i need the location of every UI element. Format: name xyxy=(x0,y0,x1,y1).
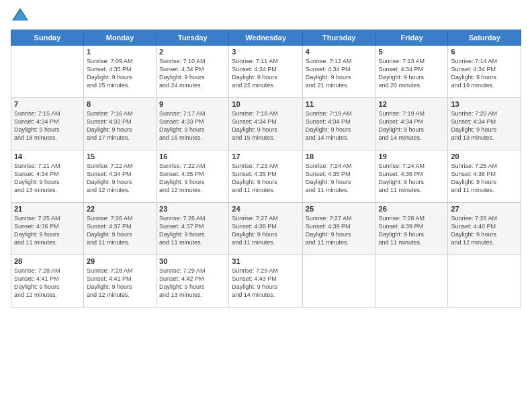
day-info: Sunrise: 7:14 AM Sunset: 4:34 PM Dayligh… xyxy=(451,57,518,90)
calendar-cell: 31Sunrise: 7:29 AM Sunset: 4:43 PM Dayli… xyxy=(229,255,303,308)
day-number: 30 xyxy=(159,257,226,265)
day-number: 14 xyxy=(14,152,81,161)
day-info: Sunrise: 7:27 AM Sunset: 4:39 PM Dayligh… xyxy=(306,214,373,247)
calendar-header-monday: Monday xyxy=(83,30,156,46)
day-info: Sunrise: 7:16 AM Sunset: 4:33 PM Dayligh… xyxy=(87,109,153,142)
day-info: Sunrise: 7:28 AM Sunset: 4:40 PM Dayligh… xyxy=(451,214,518,247)
day-info: Sunrise: 7:21 AM Sunset: 4:34 PM Dayligh… xyxy=(14,162,81,195)
calendar-header-sunday: Sunday xyxy=(11,30,84,46)
day-number: 15 xyxy=(87,152,153,161)
day-number: 10 xyxy=(232,100,300,108)
calendar-cell: 13Sunrise: 7:20 AM Sunset: 4:34 PM Dayli… xyxy=(448,98,521,150)
calendar-header-saturday: Saturday xyxy=(448,30,521,46)
header xyxy=(11,7,521,26)
day-number: 19 xyxy=(379,152,445,161)
calendar-cell: 8Sunrise: 7:16 AM Sunset: 4:33 PM Daylig… xyxy=(83,98,156,150)
day-number: 2 xyxy=(159,48,226,56)
day-number: 26 xyxy=(379,205,445,213)
day-info: Sunrise: 7:27 AM Sunset: 4:38 PM Dayligh… xyxy=(232,214,300,247)
calendar-cell: 29Sunrise: 7:28 AM Sunset: 4:41 PM Dayli… xyxy=(83,255,156,308)
day-info: Sunrise: 7:20 AM Sunset: 4:34 PM Dayligh… xyxy=(451,109,518,142)
calendar-header-friday: Friday xyxy=(375,30,448,46)
calendar-week-3: 14Sunrise: 7:21 AM Sunset: 4:34 PM Dayli… xyxy=(11,150,521,203)
calendar-cell: 6Sunrise: 7:14 AM Sunset: 4:34 PM Daylig… xyxy=(448,46,521,98)
day-number: 23 xyxy=(159,205,226,213)
calendar-cell: 10Sunrise: 7:18 AM Sunset: 4:34 PM Dayli… xyxy=(229,98,303,150)
day-number: 12 xyxy=(379,100,445,108)
calendar-cell: 1Sunrise: 7:09 AM Sunset: 4:35 PM Daylig… xyxy=(83,46,156,98)
calendar-cell: 20Sunrise: 7:25 AM Sunset: 4:36 PM Dayli… xyxy=(448,150,521,203)
day-info: Sunrise: 7:13 AM Sunset: 4:34 PM Dayligh… xyxy=(379,57,445,90)
calendar-cell: 2Sunrise: 7:10 AM Sunset: 4:34 PM Daylig… xyxy=(157,46,229,98)
day-info: Sunrise: 7:12 AM Sunset: 4:34 PM Dayligh… xyxy=(306,57,373,90)
calendar-cell: 12Sunrise: 7:19 AM Sunset: 4:34 PM Dayli… xyxy=(375,98,448,150)
calendar-cell xyxy=(448,255,521,308)
calendar-cell: 11Sunrise: 7:19 AM Sunset: 4:34 PM Dayli… xyxy=(302,98,375,150)
calendar-cell: 24Sunrise: 7:27 AM Sunset: 4:38 PM Dayli… xyxy=(229,203,303,255)
day-number: 3 xyxy=(232,48,300,56)
day-number: 29 xyxy=(87,257,153,265)
day-number: 21 xyxy=(14,205,81,213)
day-info: Sunrise: 7:18 AM Sunset: 4:34 PM Dayligh… xyxy=(232,109,300,142)
calendar-cell: 18Sunrise: 7:24 AM Sunset: 4:35 PM Dayli… xyxy=(302,150,375,203)
day-info: Sunrise: 7:28 AM Sunset: 4:41 PM Dayligh… xyxy=(87,267,153,300)
day-number: 18 xyxy=(306,152,373,161)
calendar-cell xyxy=(375,255,448,308)
day-info: Sunrise: 7:22 AM Sunset: 4:35 PM Dayligh… xyxy=(159,162,226,195)
day-info: Sunrise: 7:15 AM Sunset: 4:34 PM Dayligh… xyxy=(14,109,81,142)
day-number: 5 xyxy=(379,48,445,56)
calendar-cell: 21Sunrise: 7:25 AM Sunset: 4:36 PM Dayli… xyxy=(11,203,84,255)
calendar-cell xyxy=(302,255,375,308)
calendar-cell: 25Sunrise: 7:27 AM Sunset: 4:39 PM Dayli… xyxy=(302,203,375,255)
day-number: 27 xyxy=(451,205,518,213)
day-number: 28 xyxy=(14,257,81,265)
calendar-header-row: SundayMondayTuesdayWednesdayThursdayFrid… xyxy=(11,30,521,46)
day-info: Sunrise: 7:29 AM Sunset: 4:42 PM Dayligh… xyxy=(159,267,226,300)
day-info: Sunrise: 7:23 AM Sunset: 4:35 PM Dayligh… xyxy=(232,162,300,195)
day-number: 11 xyxy=(306,100,373,108)
calendar-week-5: 28Sunrise: 7:28 AM Sunset: 4:41 PM Dayli… xyxy=(11,255,521,308)
day-info: Sunrise: 7:25 AM Sunset: 4:36 PM Dayligh… xyxy=(14,214,81,247)
calendar-week-2: 7Sunrise: 7:15 AM Sunset: 4:34 PM Daylig… xyxy=(11,98,521,150)
day-number: 22 xyxy=(87,205,153,213)
calendar-cell: 28Sunrise: 7:28 AM Sunset: 4:41 PM Dayli… xyxy=(11,255,84,308)
day-info: Sunrise: 7:24 AM Sunset: 4:36 PM Dayligh… xyxy=(379,162,445,195)
calendar-header-tuesday: Tuesday xyxy=(157,30,229,46)
logo-icon xyxy=(11,7,30,26)
calendar-header-thursday: Thursday xyxy=(302,30,375,46)
day-info: Sunrise: 7:26 AM Sunset: 4:37 PM Dayligh… xyxy=(159,214,226,247)
day-number: 4 xyxy=(306,48,373,56)
calendar-cell: 17Sunrise: 7:23 AM Sunset: 4:35 PM Dayli… xyxy=(229,150,303,203)
day-info: Sunrise: 7:29 AM Sunset: 4:43 PM Dayligh… xyxy=(232,267,300,300)
day-number: 24 xyxy=(232,205,300,213)
day-number: 20 xyxy=(451,152,518,161)
logo xyxy=(11,7,32,26)
calendar-cell: 7Sunrise: 7:15 AM Sunset: 4:34 PM Daylig… xyxy=(11,98,84,150)
page: SundayMondayTuesdayWednesdayThursdayFrid… xyxy=(0,0,532,411)
calendar-week-4: 21Sunrise: 7:25 AM Sunset: 4:36 PM Dayli… xyxy=(11,203,521,255)
calendar-cell: 16Sunrise: 7:22 AM Sunset: 4:35 PM Dayli… xyxy=(157,150,229,203)
day-info: Sunrise: 7:24 AM Sunset: 4:35 PM Dayligh… xyxy=(306,162,373,195)
day-number: 16 xyxy=(159,152,226,161)
calendar-cell: 15Sunrise: 7:22 AM Sunset: 4:34 PM Dayli… xyxy=(83,150,156,203)
day-info: Sunrise: 7:19 AM Sunset: 4:34 PM Dayligh… xyxy=(306,109,373,142)
day-info: Sunrise: 7:10 AM Sunset: 4:34 PM Dayligh… xyxy=(159,57,226,90)
calendar-cell: 23Sunrise: 7:26 AM Sunset: 4:37 PM Dayli… xyxy=(157,203,229,255)
calendar-cell: 9Sunrise: 7:17 AM Sunset: 4:33 PM Daylig… xyxy=(157,98,229,150)
day-info: Sunrise: 7:28 AM Sunset: 4:39 PM Dayligh… xyxy=(379,214,445,247)
day-info: Sunrise: 7:19 AM Sunset: 4:34 PM Dayligh… xyxy=(379,109,445,142)
calendar-cell: 30Sunrise: 7:29 AM Sunset: 4:42 PM Dayli… xyxy=(157,255,229,308)
calendar-cell: 26Sunrise: 7:28 AM Sunset: 4:39 PM Dayli… xyxy=(375,203,448,255)
day-number: 8 xyxy=(87,100,153,108)
calendar-header-wednesday: Wednesday xyxy=(229,30,303,46)
day-number: 1 xyxy=(87,48,153,56)
calendar-cell: 4Sunrise: 7:12 AM Sunset: 4:34 PM Daylig… xyxy=(302,46,375,98)
day-info: Sunrise: 7:09 AM Sunset: 4:35 PM Dayligh… xyxy=(87,57,153,90)
day-info: Sunrise: 7:26 AM Sunset: 4:37 PM Dayligh… xyxy=(87,214,153,247)
day-number: 25 xyxy=(306,205,373,213)
calendar-cell: 14Sunrise: 7:21 AM Sunset: 4:34 PM Dayli… xyxy=(11,150,84,203)
calendar-cell: 27Sunrise: 7:28 AM Sunset: 4:40 PM Dayli… xyxy=(448,203,521,255)
calendar-cell xyxy=(11,46,84,98)
calendar-cell: 3Sunrise: 7:11 AM Sunset: 4:34 PM Daylig… xyxy=(229,46,303,98)
day-number: 6 xyxy=(451,48,518,56)
